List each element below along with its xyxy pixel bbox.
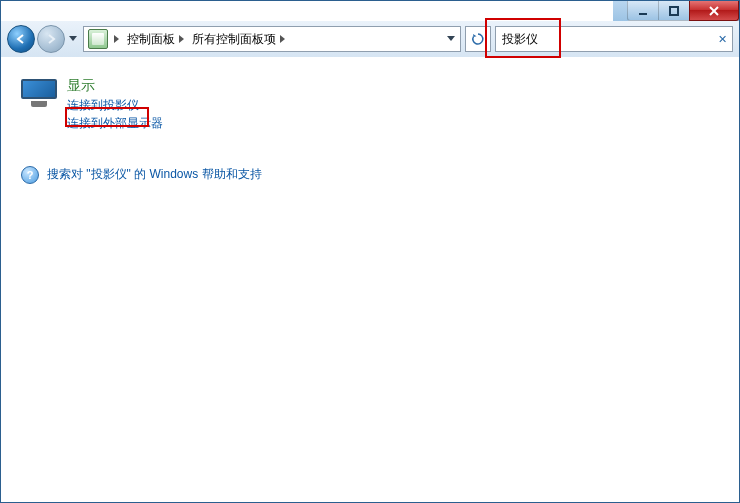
result-heading: 显示 [67,77,163,95]
explorer-window: 控制面板 所有控制面板项 ✕ [0,0,740,503]
search-input[interactable] [496,32,712,46]
control-panel-icon [88,29,108,49]
minimize-button[interactable] [627,1,659,21]
help-search-link[interactable]: 搜索对 "投影仪" 的 Windows 帮助和支持 [47,166,262,183]
close-button[interactable] [689,1,739,21]
task-link-connect-external-display[interactable]: 连接到外部显示器 [67,115,163,132]
task-link-connect-projector[interactable]: 连接到投影仪 [67,97,163,114]
breadcrumb-label: 控制面板 [127,31,175,48]
forward-button[interactable] [37,25,65,53]
breadcrumb-label: 所有控制面板项 [192,31,276,48]
clear-search-button[interactable]: ✕ [712,27,732,51]
close-icon: ✕ [718,33,727,46]
result-group-display: 显示 连接到投影仪 连接到外部显示器 [21,77,719,133]
help-icon: ? [21,166,39,184]
svg-rect-0 [639,13,647,15]
help-search-row: ? 搜索对 "投影仪" 的 Windows 帮助和支持 [21,165,719,184]
search-box: ✕ [495,26,733,52]
refresh-button[interactable] [465,26,491,52]
titlebar [613,1,739,21]
address-history-dropdown[interactable] [442,27,460,51]
result-texts: 显示 连接到投影仪 连接到外部显示器 [67,77,163,133]
breadcrumb-control-panel[interactable]: 控制面板 [121,27,186,51]
navigation-bar: 控制面板 所有控制面板项 ✕ [1,21,739,58]
display-icon [21,79,57,107]
maximize-button[interactable] [658,1,690,21]
recent-pages-dropdown[interactable] [67,31,79,47]
breadcrumb-root-dropdown[interactable] [112,27,121,51]
content-area: 显示 连接到投影仪 连接到外部显示器 ? 搜索对 "投影仪" 的 Windows… [1,57,739,502]
back-button[interactable] [7,25,35,53]
address-bar[interactable]: 控制面板 所有控制面板项 [83,26,461,52]
breadcrumb-all-items[interactable]: 所有控制面板项 [186,27,287,51]
svg-rect-1 [670,7,678,15]
nav-buttons [7,25,79,53]
